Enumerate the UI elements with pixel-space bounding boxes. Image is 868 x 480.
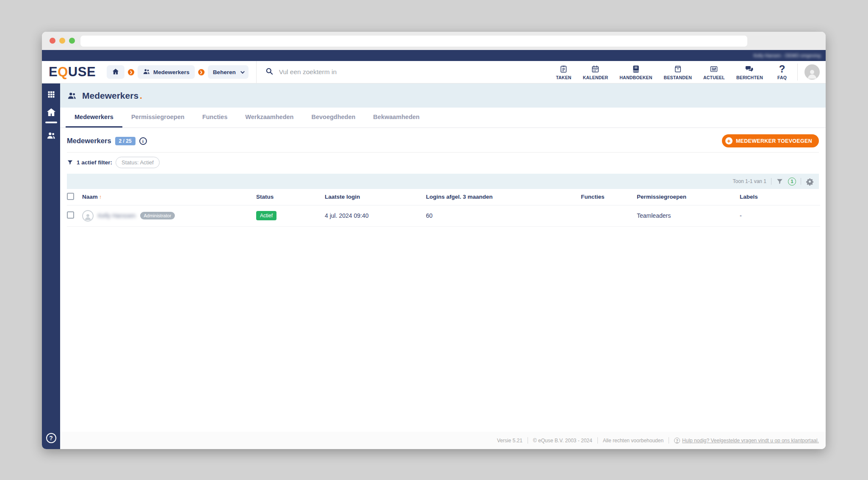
tab-permissiegroepen[interactable]: Permissiegroepen [122,108,194,128]
active-filter-row: 1 actief filter: Status: Actief [67,152,819,174]
nav-item-handboeken[interactable]: HANDBOEKEN [619,64,652,80]
column-header-labels[interactable]: Labels [740,189,820,205]
version-label: Versie 5.21 [497,438,522,444]
chevron-down-icon [240,69,245,74]
empty-space [60,227,826,432]
filter-icon [67,159,73,166]
row-checkbox[interactable] [67,211,74,219]
window-close-button[interactable] [50,38,55,44]
nav-item-actueel[interactable]: ACTUEEL [703,64,725,80]
environment-bar: Kelly Hansen - DEMO omgeving [42,50,826,61]
users-icon [143,68,150,77]
role-badge: Administrator [140,212,175,219]
sidebar-item-home[interactable] [46,107,56,117]
section-heading: Medewerkers [67,137,111,145]
sidebar-item-medewerkers[interactable] [46,131,56,140]
filter-count-badge[interactable]: 1 [788,178,796,186]
help-link[interactable]: ? Hulp nodig? Veelgestelde vragen vindt … [674,438,819,444]
sidebar: ? [42,83,60,449]
apps-grid-icon[interactable] [47,90,55,99]
global-search [256,61,556,83]
tab-bekwaamheden[interactable]: Bekwaamheden [364,108,428,128]
medewerkers-table: Naam↑ Status Laatste login Logins afgel.… [67,189,820,227]
sort-ascending-icon: ↑ [99,194,102,200]
window-minimize-button[interactable] [59,38,65,44]
breadcrumb-label: Medewerkers [153,69,190,75]
window-zoom-button[interactable] [69,38,75,44]
pagination-range: Toon 1-1 van 1 [733,178,766,184]
active-filter-label: 1 actief filter: [77,159,112,166]
select-all-checkbox[interactable] [67,193,74,200]
column-header-functies[interactable]: Functies [581,189,637,205]
rights-label: Alle rechten voorbehouden [603,438,663,444]
tab-bevoegdheden[interactable]: Bevoegdheden [302,108,364,128]
functies-cell [581,205,637,226]
footer-divider [528,437,528,444]
main-area: Medewerkers. Medewerkers Permissiegroepe… [60,83,826,449]
column-header-status[interactable]: Status [256,189,325,205]
tab-bar: Medewerkers Permissiegroepen Functies We… [60,108,826,128]
users-icon [67,91,77,100]
breadcrumb-label: Beheren [213,69,236,75]
app-body: ? Medewerkers. Medewerkers Permissiegroe… [42,83,826,449]
breadcrumb-item-medewerkers[interactable]: Medewerkers [138,65,195,79]
status-badge: Actief [256,211,276,220]
table-header-row: Naam↑ Status Laatste login Logins afgel.… [67,189,820,205]
nav-item-taken[interactable]: TAKEN [556,64,571,80]
nav-item-bestanden[interactable]: BESTANDEN [664,64,692,80]
equse-logo[interactable]: eQuse [49,64,96,80]
browser-address-bar[interactable] [80,36,747,47]
home-icon [112,68,119,77]
page-title-band: Medewerkers. [60,83,826,108]
desktop-background: Kelly Hansen - DEMO omgeving eQuse ❯ Med… [0,0,868,480]
filter-chip-status[interactable]: Status: Actief [116,157,160,168]
archive-box-icon [674,64,682,74]
browser-titlebar [42,32,826,50]
toolbar-divider [801,178,801,185]
last-login-cell: 4 jul. 2024 09:40 [325,205,426,226]
labels-cell: - [740,205,820,226]
gear-icon[interactable] [806,178,814,186]
breadcrumb-chevron-icon: ❯ [128,69,134,75]
add-medewerker-button[interactable]: + MEDEWERKER TOEVOEGEN [722,134,819,147]
user-environment-label: Kelly Hansen - DEMO omgeving [754,53,821,58]
calendar-icon [591,64,600,74]
search-input[interactable] [279,68,457,76]
user-avatar[interactable] [804,64,820,80]
question-mark-icon: ? [779,64,785,74]
toolbar-divider [771,178,771,185]
title-accent-dot: . [140,91,142,101]
column-header-laatste-login[interactable]: Laatste login [325,189,426,205]
table-toolbar: Toon 1-1 van 1 1 [67,174,819,189]
nav-item-berichten[interactable]: BERICHTEN [736,64,763,80]
footer-divider [597,437,598,444]
header-nav: TAKEN KALENDER HANDBOEKEN [556,64,790,80]
tab-medewerkers[interactable]: Medewerkers [66,108,122,128]
info-icon[interactable]: i [139,137,147,145]
content-area: Medewerkers 2 / 25 i + MEDEWERKER TOEVOE… [60,128,826,432]
help-icon[interactable]: ? [46,433,56,443]
book-icon [632,64,640,74]
nav-item-kalender[interactable]: KALENDER [583,64,608,80]
tab-functies[interactable]: Functies [194,108,237,128]
app-header: eQuse ❯ Medewerkers ❯ Beheren [42,61,826,83]
newspaper-icon [710,64,718,74]
column-header-permissiegroepen[interactable]: Permissiegroepen [637,189,740,205]
clipboard-icon [559,64,568,74]
column-header-naam[interactable]: Naam↑ [82,189,256,205]
nav-item-faq[interactable]: ? FAQ [774,64,790,80]
logins-count-cell: 60 [426,205,581,226]
breadcrumb: ❯ Medewerkers ❯ Beheren [107,65,249,79]
footer-divider [669,437,669,444]
filter-icon[interactable] [776,178,783,185]
chat-bubbles-icon [745,64,754,74]
breadcrumb-item-beheren[interactable]: Beheren [208,65,249,79]
help-icon: ? [674,438,680,444]
employee-name: Kelly Hanssen [98,212,136,219]
table-row[interactable]: Kelly Hanssen Administrator Actief 4 jul… [67,205,820,226]
count-badge: 2 / 25 [115,137,135,145]
breadcrumb-home[interactable] [107,65,124,79]
column-header-logins[interactable]: Logins afgel. 3 maanden [426,189,581,205]
tab-werkzaamheden[interactable]: Werkzaamheden [236,108,302,128]
permissiegroepen-cell: Teamleaders [637,205,740,226]
